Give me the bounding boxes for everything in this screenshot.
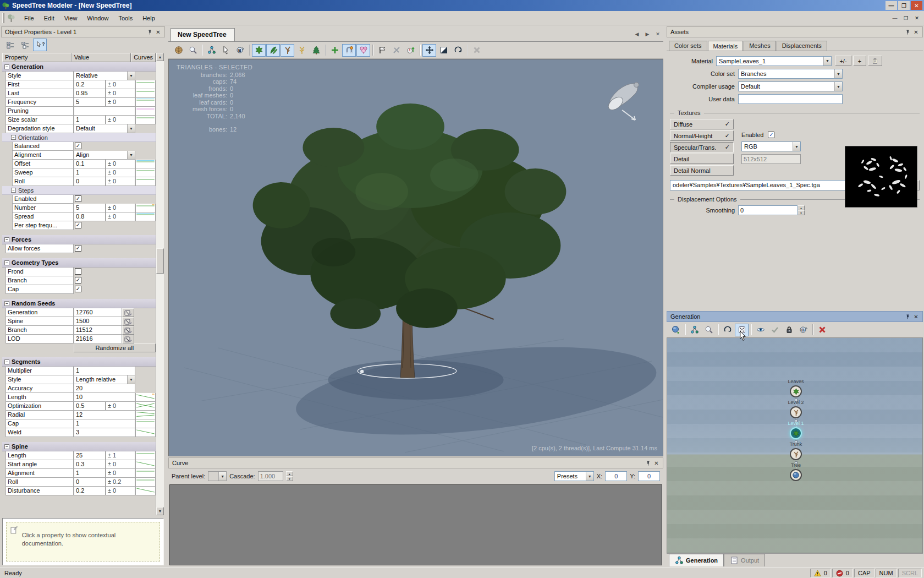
curve-thumbnail[interactable]	[135, 460, 156, 469]
property-label[interactable]: Size scalar	[6, 116, 74, 124]
visibility-button[interactable]	[754, 324, 767, 336]
smoothing-spinner[interactable]: ▲▼	[798, 205, 805, 215]
presets-select[interactable]: Presets▼	[554, 471, 594, 481]
property-label[interactable]: Enabled	[12, 195, 74, 204]
checkbox[interactable]: ✓	[75, 245, 81, 252]
curve-thumbnail[interactable]	[135, 428, 156, 437]
texture-map-normal-height-button[interactable]: Normal/Height✓	[670, 130, 734, 141]
value-dropdown[interactable]: Align▼	[74, 151, 135, 160]
randomize-seed-button[interactable]	[122, 308, 134, 317]
property-label[interactable]: Style	[6, 375, 74, 384]
tab-next-icon[interactable]: ▶	[642, 29, 652, 39]
enable-check-button[interactable]	[768, 324, 782, 336]
value-field[interactable]: 0	[74, 478, 106, 487]
column-property[interactable]: Property	[2, 53, 72, 62]
generation-node-tree[interactable]	[790, 469, 802, 481]
document-tab[interactable]: New SpeedTree	[170, 28, 235, 41]
pin-icon[interactable]	[644, 459, 652, 467]
variance-field[interactable]: ± 0	[106, 402, 135, 411]
grow-tool-button[interactable]	[404, 44, 417, 57]
value-field[interactable]: 0.5	[74, 402, 106, 411]
column-curves[interactable]: Curves	[131, 53, 156, 62]
node-edit-button[interactable]	[205, 44, 218, 57]
cascade-spinner[interactable]: ▲▼	[286, 471, 293, 481]
curve-thumbnail[interactable]	[135, 487, 156, 495]
scrollbar-thumb[interactable]	[156, 248, 164, 274]
value-field[interactable]: 0.2	[74, 487, 106, 495]
cascade-input[interactable]: 1.000	[258, 471, 283, 481]
property-label[interactable]: Start angle	[6, 460, 74, 469]
color-set-select[interactable]: Branches▼	[738, 69, 843, 79]
property-label[interactable]: Disturbance	[6, 487, 74, 495]
property-label[interactable]: Length	[6, 393, 74, 402]
value-field[interactable]: 1	[74, 469, 106, 478]
bone-select-button[interactable]: B	[233, 44, 247, 57]
value-field[interactable]: 1	[74, 168, 106, 177]
menu-file[interactable]: File	[19, 13, 39, 23]
property-label[interactable]: Per step frequ...	[12, 221, 74, 230]
value-field[interactable]: 10	[74, 393, 135, 402]
variance-field[interactable]: ± 0	[106, 116, 135, 124]
magnet-tool-button[interactable]	[342, 44, 356, 57]
scroll-down-icon[interactable]: ▼	[156, 507, 164, 515]
value-field[interactable]: 0.3	[74, 460, 106, 469]
value-field[interactable]: 1	[74, 116, 106, 124]
variance-field[interactable]: ± 1	[106, 451, 135, 460]
property-label[interactable]: Branch	[6, 326, 74, 335]
value-field[interactable]: 0.8	[74, 212, 106, 221]
tab-displacements[interactable]: Displacements	[777, 41, 827, 51]
curve-thumbnail[interactable]	[135, 469, 156, 478]
curve-thumbnail[interactable]	[135, 116, 156, 124]
recompute-button[interactable]	[721, 324, 734, 336]
collapse-icon[interactable]: −	[4, 260, 9, 265]
chevron-down-icon[interactable]: ▼	[127, 375, 135, 384]
variance-field[interactable]: ± 0	[106, 460, 135, 469]
generation-node-level-1[interactable]	[790, 427, 802, 439]
child-close-button[interactable]: ✕	[912, 14, 922, 22]
value-field[interactable]: 0.2	[74, 80, 106, 89]
zoom-graph-button[interactable]	[702, 324, 716, 336]
property-label[interactable]: Roll	[6, 478, 74, 487]
chevron-down-icon[interactable]: ▼	[127, 72, 135, 80]
perspective-globe-button[interactable]	[172, 44, 185, 57]
child-restore-button[interactable]: ❐	[901, 14, 911, 22]
seed-value-field[interactable]: 11512	[74, 326, 122, 335]
value-field[interactable]: 0	[74, 177, 106, 186]
menu-view[interactable]: View	[59, 13, 82, 23]
curve-thumbnail[interactable]	[135, 177, 156, 186]
value-field[interactable]: 1	[74, 419, 135, 428]
property-label[interactable]: Accuracy	[6, 384, 74, 393]
texture-map-detail-normal-button[interactable]: Detail Normal	[670, 165, 734, 176]
checkbox[interactable]: ✓	[75, 143, 81, 149]
select-tool-button[interactable]	[219, 44, 233, 57]
collapse-icon[interactable]: −	[4, 301, 9, 306]
property-label[interactable]: Spine	[6, 317, 74, 326]
checkbox[interactable]	[75, 268, 81, 275]
property-label[interactable]: Generation	[6, 308, 74, 317]
restore-button[interactable]: ❐	[898, 1, 910, 10]
checkbox[interactable]: ✓	[75, 222, 81, 228]
minimize-button[interactable]: —	[886, 1, 897, 10]
section-header-forces[interactable]: −Forces	[2, 235, 156, 244]
curve-thumbnail[interactable]	[135, 411, 156, 419]
flag-tool-button[interactable]	[375, 44, 389, 57]
curve-thumbnail[interactable]	[135, 98, 156, 107]
property-label[interactable]: Degradation style	[6, 124, 74, 133]
property-label[interactable]: Weld	[6, 428, 74, 437]
randomize-all-button[interactable]: Randomize all	[74, 343, 156, 352]
property-label[interactable]: Offset	[12, 160, 74, 168]
tab-generation[interactable]: Generation	[669, 554, 724, 566]
chevron-down-icon[interactable]: ▼	[127, 124, 135, 133]
chevron-down-icon[interactable]: ▼	[127, 151, 135, 159]
curve-thumbnail[interactable]	[135, 212, 156, 221]
texture-map-detail-button[interactable]: Detail	[670, 154, 734, 164]
rotate-tool-button[interactable]	[451, 44, 465, 57]
close-icon[interactable]: ✕	[652, 459, 661, 467]
scroll-up-icon[interactable]: ▲	[156, 53, 164, 61]
collapse-icon[interactable]: −	[11, 135, 16, 140]
variance-field[interactable]: ± 0	[106, 469, 135, 478]
material-add-button[interactable]: +	[853, 56, 866, 66]
tab-materials[interactable]: Materials	[708, 41, 744, 51]
menu-edit[interactable]: Edit	[39, 13, 59, 23]
show-fronds-button[interactable]	[266, 44, 280, 57]
